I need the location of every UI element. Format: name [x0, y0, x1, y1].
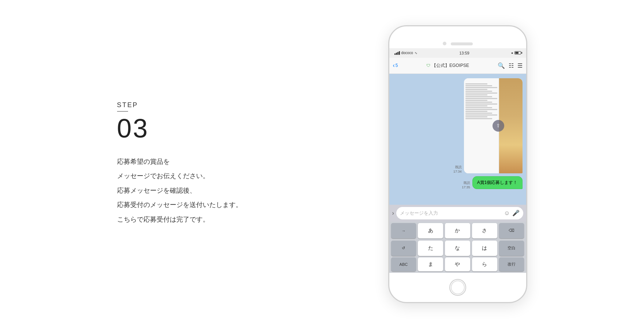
step-description: 応募希望の賞品を メッセージでお伝えください。 応募メッセージを確認後、 応募受…: [117, 155, 242, 227]
read-label-2: 既読: [464, 181, 470, 185]
share-button[interactable]: ⇧: [493, 120, 504, 132]
step-number: 03: [117, 115, 242, 142]
receipt-line: [465, 107, 493, 108]
kb-key-sa-label: さ: [482, 227, 487, 234]
kb-key-delete[interactable]: ⌫: [499, 223, 524, 238]
green-message-text: A賞1個応募します！: [477, 180, 518, 185]
receipt-line: [465, 83, 488, 84]
time-label-2: 17:35: [462, 185, 470, 189]
status-time: 13:59: [459, 51, 469, 55]
receipt-line: [465, 102, 493, 103]
image-message-row: 既読 17:34: [393, 78, 523, 173]
status-bar: dococo ∿ 13:59 ●: [389, 48, 526, 58]
receipt-line: [465, 103, 497, 105]
kb-key-abc[interactable]: ABC: [391, 257, 416, 271]
kb-key-na[interactable]: な: [445, 241, 470, 256]
signal-bar-3: [397, 52, 398, 55]
phone-screen: dococo ∿ 13:59 ● ‹ 5 🛡: [389, 48, 526, 273]
green-message-bubble: A賞1個応募します！: [472, 176, 523, 189]
kb-key-abc-label: ABC: [400, 262, 408, 267]
receipt-line: [465, 85, 493, 86]
image-message-bubble: ⇧: [464, 78, 523, 173]
keyboard: → あ か さ ⌫ ↺: [389, 222, 526, 273]
kb-key-ha[interactable]: は: [472, 241, 497, 256]
left-content: STEP 03 応募希望の賞品を メッセージでお伝えください。 応募メッセージを…: [117, 101, 242, 227]
shield-icon: 🛡: [426, 63, 430, 68]
kb-key-ra[interactable]: ら: [472, 257, 497, 271]
back-count: 5: [396, 63, 398, 68]
phone-bottom-bar: [389, 273, 526, 302]
kb-key-sa[interactable]: さ: [472, 223, 497, 238]
kb-key-ya-label: や: [455, 261, 460, 268]
home-button[interactable]: [449, 279, 466, 296]
page-container: STEP 03 応募希望の賞品を メッセージでお伝えください。 応募メッセージを…: [0, 0, 644, 328]
expand-button[interactable]: ›: [392, 210, 394, 216]
receipt-line: [465, 93, 497, 94]
kb-key-ma[interactable]: ま: [418, 257, 443, 271]
kb-key-ka-label: か: [455, 227, 460, 234]
message-meta-2: 既読 17:35: [462, 181, 470, 189]
battery-icon: [514, 51, 521, 54]
kb-key-refresh[interactable]: ↺: [391, 241, 416, 256]
receipt-line: [465, 105, 488, 106]
receipt-right-hair-image: ⇧: [499, 78, 523, 173]
back-button[interactable]: ‹ 5: [393, 63, 398, 68]
signal-bar-2: [396, 53, 397, 55]
kb-key-delete-icon: ⌫: [509, 228, 514, 233]
receipt-line: [465, 94, 488, 95]
wifi-icon: ∿: [415, 51, 418, 55]
kb-key-return[interactable]: 改行: [499, 257, 524, 271]
receipt-lines: [465, 83, 497, 119]
receipt-line: [465, 98, 497, 99]
kb-key-arrow-label: →: [401, 229, 405, 233]
kb-key-ta-label: た: [428, 245, 433, 252]
step-divider: [117, 111, 128, 112]
receipt-image: ⇧: [464, 78, 523, 173]
kb-key-arrow[interactable]: →: [391, 223, 416, 238]
search-icon[interactable]: 🔍: [498, 62, 505, 69]
nav-title: 🛡 【公式】EGOIPSE: [398, 63, 498, 69]
receipt-line: [465, 96, 493, 97]
kb-key-a-label: あ: [428, 227, 433, 234]
emoji-button[interactable]: ☺: [504, 210, 510, 216]
home-button-inner: [451, 280, 465, 294]
chat-area: 既読 17:34: [389, 74, 526, 205]
receipt-line: [465, 113, 493, 114]
receipt-line: [465, 89, 488, 90]
kb-key-space[interactable]: 空白: [499, 241, 524, 256]
grid-icon[interactable]: ☷: [509, 62, 514, 69]
kb-key-a[interactable]: あ: [418, 223, 443, 238]
receipt-line: [465, 118, 493, 119]
kb-key-ra-label: ら: [482, 261, 487, 268]
back-arrow-icon: ‹: [393, 63, 395, 68]
kb-row-2: ↺ た な は 空白: [389, 239, 526, 257]
kb-key-ta[interactable]: た: [418, 241, 443, 256]
kb-row-3: ABC ま や ら 改行: [389, 257, 526, 273]
kb-key-ka[interactable]: か: [445, 223, 470, 238]
input-area: › メッセージを入力 ☺ 🎤: [389, 205, 526, 222]
kb-row-1: → あ か さ ⌫: [389, 222, 526, 239]
mic-button[interactable]: 🎤: [512, 210, 520, 216]
signal-icon: [394, 51, 400, 55]
kb-key-ya[interactable]: や: [445, 257, 470, 271]
kb-key-ha-label: は: [482, 245, 487, 252]
input-placeholder: メッセージを入力: [400, 210, 502, 216]
battery-percent: ●: [511, 51, 513, 55]
receipt-line: [465, 91, 493, 92]
kb-key-na-label: な: [455, 245, 460, 252]
battery-fill: [515, 52, 519, 54]
message-input[interactable]: メッセージを入力 ☺ 🎤: [396, 207, 523, 219]
receipt-line: [465, 109, 497, 110]
time-label-1: 17:34: [453, 170, 462, 173]
menu-icon[interactable]: ☰: [517, 62, 523, 69]
kb-key-return-label: 改行: [508, 261, 516, 267]
phone-mockup: dococo ∿ 13:59 ● ‹ 5 🛡: [388, 25, 527, 303]
message-meta-1: 既読 17:34: [453, 165, 462, 173]
receipt-line: [465, 87, 497, 88]
nav-bar: ‹ 5 🛡 【公式】EGOIPSE 🔍 ☷ ☰: [389, 58, 526, 74]
speaker-icon: [451, 42, 473, 45]
kb-key-refresh-icon: ↺: [402, 246, 405, 250]
status-left: dococo ∿: [394, 51, 418, 55]
status-right: ●: [511, 51, 521, 55]
receipt-line: [465, 100, 488, 101]
